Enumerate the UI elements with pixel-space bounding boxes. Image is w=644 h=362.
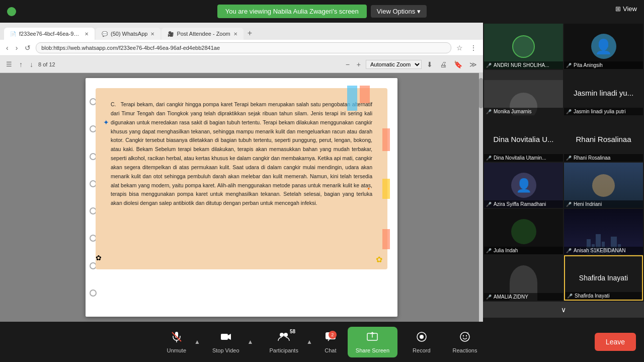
azira-name: Azira Syiffa Ramadhani bbox=[494, 201, 546, 207]
pdf-content[interactable]: ✿ ✿ ✦ ● C. Terapi bekam, dari cangkir hi… bbox=[0, 73, 483, 322]
participant-tile-anisah: 🎤 Anisah S1KEBIDANAN bbox=[564, 209, 643, 254]
participant-tile-heni: 🎤 Heni Indriani bbox=[564, 163, 643, 208]
record-label: Record bbox=[413, 347, 430, 353]
heni-head bbox=[592, 174, 615, 197]
unmute-label: Unmute bbox=[167, 347, 187, 353]
share-screen-label: Share Screen bbox=[356, 347, 389, 353]
unmute-button[interactable]: Unmute bbox=[160, 328, 194, 356]
refresh-button[interactable]: ↺ bbox=[23, 43, 33, 53]
record-button[interactable]: Record bbox=[406, 328, 437, 356]
share-screen-icon bbox=[366, 331, 378, 346]
andri-mic-icon: 🎤 bbox=[486, 63, 492, 68]
julia-name: Julia Indah bbox=[494, 248, 518, 253]
new-tab-button[interactable]: + bbox=[245, 27, 255, 40]
pdf-next-page[interactable]: ↓ bbox=[28, 59, 35, 69]
participants-panel: 🎤 ANDRI NUR SHOLIHA... 👤 🎤 Pita Aningsih bbox=[483, 23, 644, 322]
participant-tile-pita: 👤 🎤 Pita Aningsih bbox=[564, 24, 643, 69]
chat-icon: 2 bbox=[325, 331, 337, 346]
url-bar[interactable] bbox=[36, 42, 451, 53]
pdf-prev-page[interactable]: ↑ bbox=[17, 59, 25, 69]
andri-name-bar: 🎤 ANDRI NUR SHOLIHA... bbox=[484, 61, 563, 69]
shafirda-mic-icon: 🎤 bbox=[567, 294, 573, 299]
jasmin-mic-icon: 🎤 bbox=[566, 109, 572, 114]
tab-close-3[interactable]: ✕ bbox=[233, 31, 237, 37]
svg-point-9 bbox=[420, 335, 424, 339]
forward-button[interactable]: › bbox=[14, 43, 20, 53]
participants-label: Participants bbox=[269, 347, 298, 353]
pdf-more[interactable]: ≫ bbox=[467, 59, 479, 69]
participants-count: 58 bbox=[290, 329, 295, 334]
rhani-mic-icon: 🎤 bbox=[566, 156, 572, 161]
andri-name: ANDRI NUR SHOLIHA... bbox=[494, 62, 549, 68]
pdf-download[interactable]: ⬇ bbox=[425, 59, 435, 69]
browser-tab-zoom[interactable]: 🎥 Post Attendee - Zoom ✕ bbox=[162, 28, 243, 40]
browser-tab-active[interactable]: 📄 f233ee76-4bcf-46ea-96af-ed4ebb2... ✕ bbox=[4, 28, 95, 40]
azira-name-bar: 🎤 Azira Syiffa Ramadhani bbox=[484, 200, 563, 208]
rhani-name-bar: 🎤 Rhani Rosalinaa bbox=[564, 154, 643, 162]
tab-label-3: Post Attendee - Zoom bbox=[177, 31, 230, 37]
pdf-bookmark[interactable]: 🔖 bbox=[452, 59, 464, 69]
reactions-button[interactable]: Reactions bbox=[446, 328, 485, 356]
rhani-name: Rhani Rosalinaa bbox=[574, 155, 610, 161]
pdf-zoom-in[interactable]: + bbox=[355, 59, 363, 69]
browser-tab-whatsapp[interactable]: 💬 (50) WhatsApp ✕ bbox=[96, 28, 160, 40]
tab-label-2: (50) WhatsApp bbox=[111, 31, 147, 37]
chevron-down-icon: ∨ bbox=[561, 306, 566, 314]
record-icon bbox=[416, 331, 428, 346]
participant-tile-shafirda: Shafirda Inayati 🎤 Shafirda Inayati bbox=[564, 255, 643, 301]
pdf-scrollbar-thumb[interactable] bbox=[479, 78, 483, 108]
video-more-button[interactable]: ▲ bbox=[247, 336, 255, 347]
more-options[interactable]: ⋮ bbox=[468, 43, 479, 53]
svg-rect-3 bbox=[221, 334, 228, 340]
participants-button[interactable]: 58 Participants bbox=[262, 328, 305, 356]
leave-button[interactable]: Leave bbox=[595, 333, 636, 351]
julia-mic-icon: 🎤 bbox=[486, 248, 492, 253]
dina-name-bar: 🎤 Dina Novitalia Utamin... bbox=[484, 154, 563, 162]
view-options-label: View Options bbox=[377, 8, 415, 15]
share-screen-button[interactable]: Share Screen bbox=[348, 327, 397, 357]
pdf-print[interactable]: 🖨 bbox=[438, 59, 449, 69]
top-bar: You are viewing Nabila Aulia Zwageri's s… bbox=[0, 0, 644, 23]
view-options-button[interactable]: View Options ▾ bbox=[371, 5, 427, 18]
bookmark-star[interactable]: ☆ bbox=[454, 43, 465, 53]
pita-name-bar: 🎤 Pita Aningsih bbox=[564, 61, 643, 69]
view-icon-area[interactable]: ⊞ View bbox=[615, 5, 637, 13]
chat-button[interactable]: 2 Chat bbox=[317, 328, 344, 356]
scroll-down-button[interactable]: ∨ bbox=[483, 302, 644, 318]
participant-tile-azira: 👤 🎤 Azira Syiffa Ramadhani bbox=[484, 163, 563, 208]
chat-label: Chat bbox=[325, 347, 336, 353]
back-button[interactable]: ‹ bbox=[4, 43, 11, 53]
pdf-body-text: Terapi bekam, dari cangkir hingga pompa … bbox=[111, 101, 372, 206]
unmute-more-button[interactable]: ▲ bbox=[193, 336, 201, 347]
heni-name: Heni Indriani bbox=[574, 201, 602, 207]
jasmin-name-bar: 🎤 Jasmin linadi yulia putri bbox=[564, 108, 643, 115]
anisah-name-bar: 🎤 Anisah S1KEBIDANAN bbox=[564, 247, 643, 254]
stop-video-label: Stop Video bbox=[212, 347, 239, 353]
dina-name: Dina Novitalia Utamin... bbox=[494, 155, 546, 161]
pdf-scrollbar[interactable] bbox=[479, 73, 483, 322]
participants-more-button[interactable]: ▲ bbox=[305, 336, 313, 347]
bottom-toolbar: Unmute ▲ Stop Video ▲ 58 Participant bbox=[0, 322, 644, 362]
pdf-page: ✿ ✿ ✦ ● C. Terapi bekam, dari cangkir hi… bbox=[86, 78, 397, 317]
pdf-sidebar-toggle[interactable]: ☰ bbox=[4, 59, 14, 69]
jasmin-display-name: Jasmin linadi yu... bbox=[574, 89, 633, 97]
participant-tile-amalia: 🎤 AMALIA ZIDNY bbox=[484, 255, 563, 301]
tab-close-2[interactable]: ✕ bbox=[150, 31, 154, 37]
shafirda-display-name: Shafirda Inayati bbox=[579, 274, 628, 282]
stop-video-button[interactable]: Stop Video bbox=[205, 328, 247, 356]
amalia-name-bar: 🎤 AMALIA ZIDNY bbox=[484, 293, 563, 301]
grid-icon: ⊞ bbox=[615, 5, 621, 13]
pdf-zoom-out[interactable]: − bbox=[344, 59, 352, 69]
pdf-page-info: 8 of 12 bbox=[38, 61, 55, 67]
svg-point-5 bbox=[284, 333, 288, 337]
pdf-page-inner: ✿ ✿ ✦ ● C. Terapi bekam, dari cangkir hi… bbox=[96, 88, 387, 269]
stop-video-icon bbox=[220, 331, 232, 346]
svg-point-11 bbox=[463, 335, 464, 336]
pdf-zoom-select[interactable]: Automatic Zoom bbox=[366, 60, 422, 69]
participant-tile-andri: 🎤 ANDRI NUR SHOLIHA... bbox=[484, 24, 563, 69]
participant-tile-julia: 🎤 Julia Indah bbox=[484, 209, 563, 254]
tab-close-1[interactable]: ✕ bbox=[85, 31, 89, 37]
banner-text: You are viewing Nabila Aulia Zwageri's s… bbox=[225, 8, 359, 15]
reactions-icon bbox=[459, 331, 471, 346]
flower-decoration-2: ✿ bbox=[376, 255, 382, 264]
